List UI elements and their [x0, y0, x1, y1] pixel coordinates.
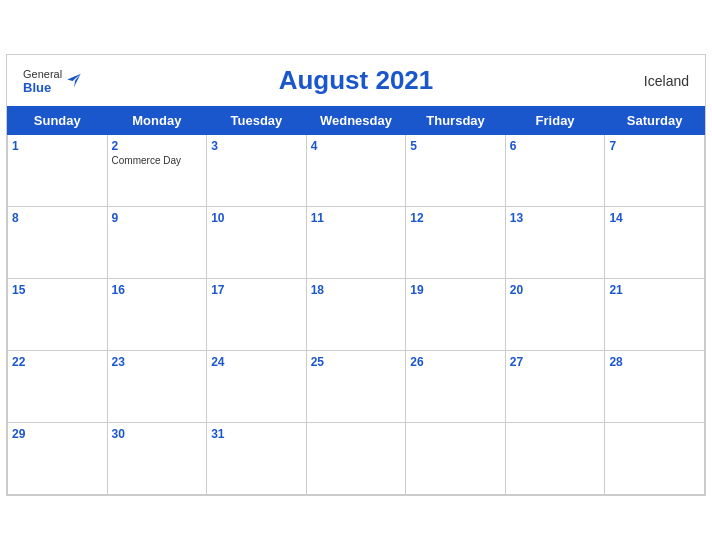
day-number: 12 [410, 211, 501, 225]
calendar-week-row: 22232425262728 [8, 351, 705, 423]
logo-area: General Blue [23, 67, 84, 94]
day-number: 29 [12, 427, 103, 441]
day-number: 3 [211, 139, 302, 153]
weekday-saturday: Saturday [605, 107, 705, 135]
calendar-cell: 12 [406, 207, 506, 279]
calendar-cell: 3 [207, 135, 307, 207]
calendar-cell: 17 [207, 279, 307, 351]
day-number: 27 [510, 355, 601, 369]
weekday-header-row: Sunday Monday Tuesday Wednesday Thursday… [8, 107, 705, 135]
calendar-cell: 16 [107, 279, 207, 351]
calendar-cell: 18 [306, 279, 406, 351]
day-number: 1 [12, 139, 103, 153]
month-title: August 2021 [279, 65, 434, 96]
weekday-tuesday: Tuesday [207, 107, 307, 135]
calendar-cell: 7 [605, 135, 705, 207]
calendar-cell: 4 [306, 135, 406, 207]
day-number: 5 [410, 139, 501, 153]
weekday-monday: Monday [107, 107, 207, 135]
calendar-cell: 10 [207, 207, 307, 279]
calendar-week-row: 12Commerce Day34567 [8, 135, 705, 207]
calendar-cell: 8 [8, 207, 108, 279]
calendar-week-row: 891011121314 [8, 207, 705, 279]
calendar-week-row: 15161718192021 [8, 279, 705, 351]
calendar-cell: 5 [406, 135, 506, 207]
day-number: 21 [609, 283, 700, 297]
calendar-cell: 11 [306, 207, 406, 279]
day-number: 13 [510, 211, 601, 225]
day-number: 31 [211, 427, 302, 441]
day-number: 22 [12, 355, 103, 369]
weekday-friday: Friday [505, 107, 605, 135]
calendar-cell: 13 [505, 207, 605, 279]
calendar-grid: Sunday Monday Tuesday Wednesday Thursday… [7, 106, 705, 495]
day-number: 7 [609, 139, 700, 153]
calendar-cell: 2Commerce Day [107, 135, 207, 207]
day-number: 20 [510, 283, 601, 297]
calendar-cell: 15 [8, 279, 108, 351]
logo-bird-icon [64, 72, 84, 90]
day-number: 25 [311, 355, 402, 369]
logo-blue: Blue [23, 79, 62, 94]
day-number: 14 [609, 211, 700, 225]
day-number: 9 [112, 211, 203, 225]
day-number: 18 [311, 283, 402, 297]
event-label: Commerce Day [112, 155, 203, 166]
calendar-week-row: 293031 [8, 423, 705, 495]
calendar-cell [505, 423, 605, 495]
calendar-cell: 25 [306, 351, 406, 423]
calendar-cell: 31 [207, 423, 307, 495]
calendar-cell: 1 [8, 135, 108, 207]
calendar-cell: 20 [505, 279, 605, 351]
weekday-wednesday: Wednesday [306, 107, 406, 135]
calendar-cell: 30 [107, 423, 207, 495]
calendar-cell: 26 [406, 351, 506, 423]
day-number: 28 [609, 355, 700, 369]
weekday-thursday: Thursday [406, 107, 506, 135]
day-number: 10 [211, 211, 302, 225]
calendar-container: General Blue August 2021 Iceland Sunday … [6, 54, 706, 496]
calendar-cell: 22 [8, 351, 108, 423]
calendar-cell: 14 [605, 207, 705, 279]
calendar-cell: 6 [505, 135, 605, 207]
calendar-cell: 29 [8, 423, 108, 495]
day-number: 6 [510, 139, 601, 153]
calendar-cell: 9 [107, 207, 207, 279]
day-number: 30 [112, 427, 203, 441]
calendar-cell: 28 [605, 351, 705, 423]
country-label: Iceland [644, 73, 689, 89]
calendar-cell [605, 423, 705, 495]
calendar-cell [306, 423, 406, 495]
calendar-cell: 27 [505, 351, 605, 423]
day-number: 8 [12, 211, 103, 225]
day-number: 17 [211, 283, 302, 297]
day-number: 15 [12, 283, 103, 297]
day-number: 16 [112, 283, 203, 297]
day-number: 2 [112, 139, 203, 153]
day-number: 4 [311, 139, 402, 153]
calendar-cell [406, 423, 506, 495]
day-number: 11 [311, 211, 402, 225]
day-number: 23 [112, 355, 203, 369]
calendar-header: General Blue August 2021 Iceland [7, 55, 705, 106]
calendar-cell: 21 [605, 279, 705, 351]
day-number: 19 [410, 283, 501, 297]
calendar-cell: 19 [406, 279, 506, 351]
day-number: 24 [211, 355, 302, 369]
day-number: 26 [410, 355, 501, 369]
logo-general: General [23, 67, 62, 79]
calendar-cell: 24 [207, 351, 307, 423]
calendar-cell: 23 [107, 351, 207, 423]
weekday-sunday: Sunday [8, 107, 108, 135]
